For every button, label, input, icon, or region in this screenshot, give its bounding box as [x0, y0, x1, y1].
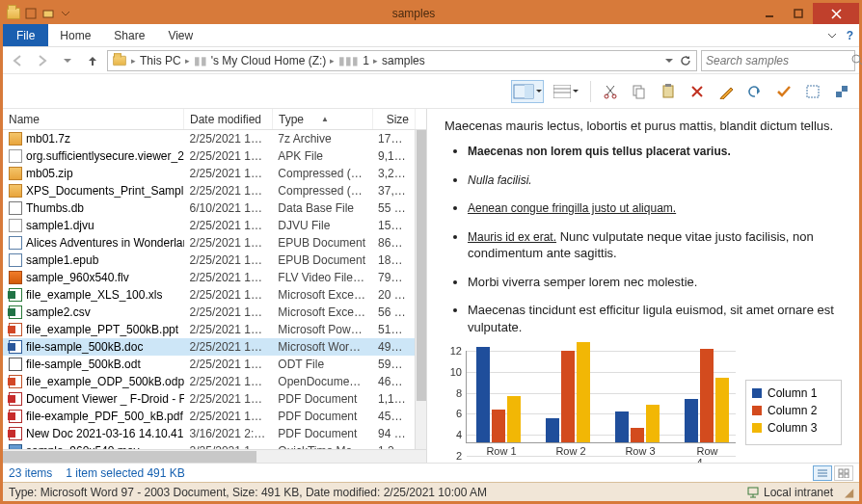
- file-date: 2/25/2021 10:00 AM: [184, 375, 273, 388]
- file-type-icon: [9, 271, 22, 284]
- file-row[interactable]: Alices Adventures in Wonderland.ep…2/25/…: [3, 234, 415, 252]
- paste-icon[interactable]: [657, 80, 680, 103]
- address-dropdown-icon[interactable]: [665, 57, 673, 65]
- view-layout-button[interactable]: [550, 80, 582, 103]
- close-button[interactable]: [813, 3, 859, 24]
- maximize-button[interactable]: [784, 3, 813, 24]
- file-row[interactable]: sample2.csv2/25/2021 10:00 AMMicrosoft E…: [3, 304, 415, 321]
- file-type-icon: [9, 392, 22, 406]
- file-type: FLV Video File (VLC): [272, 271, 372, 284]
- file-name: file-example_PDF_500_kB.pdf: [26, 410, 183, 423]
- invert-selection-icon[interactable]: [830, 80, 853, 103]
- file-size: 1,178 KB: [372, 392, 415, 406]
- file-date: 2/25/2021 10:01 AM: [184, 184, 273, 198]
- tab-share[interactable]: Share: [102, 24, 156, 46]
- file-row[interactable]: Thumbs.db6/10/2021 11:13 AMData Base Fil…: [3, 199, 415, 217]
- refresh-icon[interactable]: [679, 54, 692, 67]
- file-name: mb01.7z: [26, 132, 70, 146]
- search-input[interactable]: [706, 54, 851, 67]
- file-date: 2/25/2021 10:00 AM: [184, 305, 273, 319]
- svg-point-4: [852, 55, 860, 63]
- file-row[interactable]: mb01.7z2/25/2021 10:00 AM7z Archive176 K…: [3, 130, 415, 147]
- horizontal-scrollbar[interactable]: [3, 449, 426, 463]
- info-bar: Type: Microsoft Word 97 - 2003 Document,…: [3, 482, 859, 501]
- bar: [561, 351, 575, 442]
- file-row[interactable]: New Doc 2021-03-16 14.10.41.pdf3/16/2021…: [3, 425, 415, 442]
- select-all-icon[interactable]: [801, 80, 824, 103]
- ribbon-expand-icon[interactable]: [827, 31, 837, 40]
- file-row[interactable]: sample1.djvu2/25/2021 10:00 AMDJVU File1…: [3, 217, 415, 234]
- col-type[interactable]: Type▲: [273, 109, 373, 129]
- file-row[interactable]: org.sufficientlysecure.viewer_2827.apk2/…: [3, 147, 415, 165]
- file-date: 2/25/2021 10:13 AM: [184, 392, 273, 406]
- file-row[interactable]: Document Viewer _ F-Droid - Free a…2/25/…: [3, 390, 415, 408]
- col-name[interactable]: Name: [3, 109, 184, 129]
- file-row[interactable]: file_example_PPT_500kB.ppt2/25/2021 10:0…: [3, 321, 415, 338]
- copy-icon[interactable]: [628, 80, 651, 103]
- thumbnails-view-icon[interactable]: [834, 465, 853, 481]
- qat-dropdown-icon[interactable]: [59, 7, 72, 20]
- file-row[interactable]: file_example_ODP_500kB.odp2/25/2021 10:0…: [3, 373, 415, 390]
- file-date: 2/25/2021 10:00 AM: [184, 271, 273, 284]
- breadcrumb-seg[interactable]: samples: [382, 54, 425, 67]
- file-type: EPUB Document: [272, 253, 372, 267]
- bar: [715, 378, 729, 442]
- resize-grip-icon[interactable]: ◢: [845, 486, 853, 499]
- recent-locations-button[interactable]: [57, 50, 78, 71]
- file-row[interactable]: file-sample_500kB.doc2/25/2021 10:00 AMM…: [3, 338, 415, 356]
- ribbon-tabs: File Home Share View ?: [3, 24, 859, 47]
- address-bar[interactable]: ▸ This PC ▸ ▮▮ 's My Cloud Home (Z:) ▸ ▮…: [107, 50, 697, 71]
- file-date: 2/25/2021 10:00 AM: [184, 358, 273, 371]
- search-icon[interactable]: [851, 54, 862, 66]
- back-button[interactable]: [7, 50, 28, 71]
- col-size[interactable]: Size: [373, 109, 416, 129]
- file-row[interactable]: sample1.epub2/25/2021 10:00 AMEPUB Docum…: [3, 252, 415, 269]
- file-size: 20 KB: [372, 288, 415, 302]
- file-type: Microsoft PowerP…: [272, 323, 372, 336]
- status-bar: 23 items 1 item selected 491 KB: [3, 463, 859, 482]
- bar: [631, 428, 644, 442]
- file-rows[interactable]: mb01.7z2/25/2021 10:00 AM7z Archive176 K…: [3, 130, 415, 449]
- details-view-icon[interactable]: [813, 465, 832, 481]
- rename-icon[interactable]: [714, 80, 738, 103]
- up-button[interactable]: [82, 50, 103, 71]
- file-row[interactable]: file-example_PDF_500_kB.pdf2/25/2021 10:…: [3, 408, 415, 425]
- checkmark-icon[interactable]: [772, 80, 795, 103]
- minimize-button[interactable]: [755, 3, 784, 24]
- file-row[interactable]: mb05.zip2/25/2021 10:00 AMCompressed (zi…: [3, 165, 415, 182]
- tab-view[interactable]: View: [156, 24, 204, 46]
- file-row[interactable]: sample_960x540.mov2/25/2021 10:00 AMQuic…: [3, 442, 415, 449]
- file-date: 2/25/2021 10:00 AM: [184, 167, 273, 180]
- help-icon[interactable]: ?: [847, 29, 853, 42]
- info-text: Type: Microsoft Word 97 - 2003 Document,…: [9, 486, 487, 499]
- file-row[interactable]: XPS_Documents_Print_Sample.zip2/25/2021 …: [3, 182, 415, 199]
- cut-icon[interactable]: [599, 80, 622, 103]
- col-date[interactable]: Date modified: [184, 109, 273, 129]
- file-type-icon: [9, 340, 22, 354]
- breadcrumb-seg[interactable]: 's My Cloud Home (Z:): [211, 54, 327, 67]
- forward-button[interactable]: [32, 50, 53, 71]
- tab-home[interactable]: Home: [48, 24, 102, 46]
- file-row[interactable]: file-sample_500kB.odt2/25/2021 10:00 AMO…: [3, 356, 415, 373]
- file-name: org.sufficientlysecure.viewer_2827.apk: [26, 149, 184, 163]
- column-headers[interactable]: Name Date modified Type▲ Size: [3, 109, 426, 130]
- tab-file[interactable]: File: [3, 24, 48, 46]
- delete-icon[interactable]: [686, 80, 709, 103]
- qat-newfolder-icon[interactable]: [41, 7, 55, 20]
- file-type: Compressed (zipp…: [272, 184, 372, 198]
- file-size: 94 KB: [372, 427, 415, 440]
- file-row[interactable]: sample_960x540.flv2/25/2021 10:00 AMFLV …: [3, 269, 415, 286]
- breadcrumb-seg[interactable]: This PC: [140, 54, 181, 67]
- file-type: ODT File: [272, 358, 372, 371]
- preview-pane-button[interactable]: [511, 80, 544, 103]
- undo-icon[interactable]: [743, 80, 767, 103]
- file-row[interactable]: file_example_XLS_100.xls2/25/2021 10:00 …: [3, 286, 415, 304]
- vertical-scrollbar[interactable]: [415, 130, 426, 449]
- file-type: Microsoft Word 9…: [272, 340, 372, 354]
- file-date: 2/25/2021 10:00 AM: [184, 253, 273, 267]
- breadcrumb-seg[interactable]: 1: [363, 54, 369, 67]
- bar: [685, 399, 698, 443]
- qat-properties-icon[interactable]: [24, 7, 38, 20]
- file-type-icon: [9, 375, 22, 388]
- search-box[interactable]: [701, 50, 855, 71]
